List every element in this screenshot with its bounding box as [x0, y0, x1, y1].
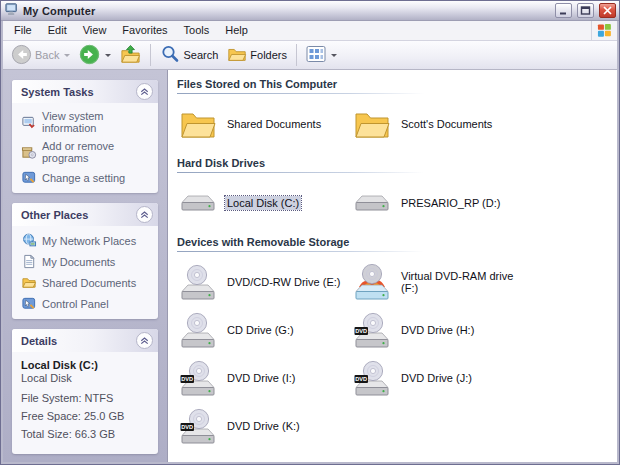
computer-icon [5, 2, 19, 20]
panel-title: Other Places [21, 209, 88, 221]
folders-button[interactable]: Folders [223, 42, 291, 68]
sidebar-link-shared-documents[interactable]: Shared Documents [21, 275, 152, 290]
svg-text:DVD: DVD [355, 328, 367, 334]
drive-item[interactable]: PRESARIO_RP (D:) [351, 179, 525, 227]
panel-body: Local Disk (C:)Local DiskFile System: NT… [12, 352, 158, 454]
item-label: Local Disk (C:) [225, 196, 301, 210]
sidebar-link-change-setting[interactable]: Change a setting [21, 170, 152, 185]
folder-item[interactable]: Scott's Documents [351, 100, 525, 148]
sidebar-link-label: View system information [42, 110, 152, 134]
sidebar-link-label: Add or remove programs [42, 140, 152, 164]
items-grid: DVD/CD-RW Drive (E:)Virtual DVD-RAM driv… [177, 258, 611, 450]
item-label: CD Drive (G:) [225, 323, 296, 337]
drive-item[interactable]: DVDDVD Drive (H:) [351, 306, 525, 354]
my-documents-icon [21, 254, 37, 269]
sidebar-link-label: Change a setting [42, 172, 125, 184]
cd-drive-icon [177, 312, 219, 349]
maximize-button[interactable] [577, 3, 594, 18]
up-button[interactable] [116, 42, 145, 69]
cd-drive-icon [177, 264, 219, 301]
sidebar-link-add-remove-programs[interactable]: Add or remove programs [21, 140, 152, 164]
sidebar-link-label: Control Panel [42, 298, 109, 310]
panel-header[interactable]: System Tasks [12, 80, 158, 103]
views-icon [306, 45, 326, 65]
folder-item[interactable]: Shared Documents [177, 100, 351, 148]
section-divider [177, 251, 424, 252]
minimize-button[interactable] [555, 3, 572, 18]
collapse-button[interactable] [136, 83, 153, 100]
item-label: DVD Drive (H:) [399, 323, 476, 337]
section: Hard Disk DrivesLocal Disk (C:)PRESARIO_… [177, 157, 611, 227]
section-header: Files Stored on This Computer [177, 78, 611, 90]
hdd-icon [351, 188, 393, 218]
forward-icon [79, 44, 100, 67]
back-button[interactable]: Back [7, 42, 74, 69]
file-list-area: Files Stored on This ComputerShared Docu… [167, 70, 617, 462]
details-row: File System: NTFS [21, 392, 152, 404]
system-information-icon [21, 115, 37, 130]
hdd-icon [177, 188, 219, 218]
details-row: Free Space: 25.0 GB [21, 410, 152, 422]
drive-item[interactable]: DVDDVD Drive (I:) [177, 354, 351, 402]
drive-item[interactable]: Virtual DVD-RAM drive (F:) [351, 258, 525, 306]
drive-item[interactable]: CD Drive (G:) [177, 306, 351, 354]
panel-body: View system informationAdd or remove pro… [12, 103, 158, 193]
drive-item[interactable]: DVDDVD Drive (J:) [351, 354, 525, 402]
menu-bar: FileEditViewFavoritesToolsHelp [3, 21, 617, 41]
chevron-up-icon [139, 335, 150, 346]
sidebar-link-control-panel[interactable]: Control Panel [21, 296, 152, 311]
task-sidebar: System TasksView system informationAdd o… [3, 70, 167, 462]
panel-other-places: Other PlacesMy Network PlacesMy Document… [12, 203, 158, 319]
panel-details: DetailsLocal Disk (C:)Local DiskFile Sys… [12, 329, 158, 454]
item-label: PRESARIO_RP (D:) [399, 196, 502, 210]
item-label: DVD/CD-RW Drive (E:) [225, 275, 342, 289]
section: Devices with Removable StorageDVD/CD-RW … [177, 236, 611, 450]
drive-item[interactable]: DVD/CD-RW Drive (E:) [177, 258, 351, 306]
item-label: DVD Drive (I:) [225, 371, 297, 385]
panel-header[interactable]: Other Places [12, 203, 158, 226]
sidebar-link-label: My Documents [42, 256, 115, 268]
item-label: Scott's Documents [399, 117, 494, 131]
close-button[interactable] [599, 3, 616, 18]
add-remove-programs-icon [21, 145, 37, 160]
change-setting-icon [21, 170, 37, 185]
section: Files Stored on This ComputerShared Docu… [177, 78, 611, 148]
menu-item-help[interactable]: Help [217, 21, 256, 40]
drive-item[interactable]: DVDDVD Drive (K:) [177, 402, 351, 450]
details-item-type: Local Disk [21, 372, 152, 384]
menu-item-view[interactable]: View [75, 21, 115, 40]
collapse-button[interactable] [136, 332, 153, 349]
sidebar-link-network-places[interactable]: My Network Places [21, 233, 152, 248]
views-button[interactable] [302, 43, 341, 67]
menu-item-edit[interactable]: Edit [40, 21, 75, 40]
menu-item-file[interactable]: File [6, 21, 40, 40]
menu-item-favorites[interactable]: Favorites [114, 21, 175, 40]
folders-label: Folders [250, 49, 287, 61]
forward-button[interactable] [75, 42, 115, 69]
window-title: My Computer [23, 5, 550, 17]
search-label: Search [183, 49, 218, 61]
folders-icon [227, 44, 247, 66]
panel-body: My Network PlacesMy DocumentsShared Docu… [12, 226, 158, 319]
toolbar-separator [296, 44, 297, 66]
title-bar[interactable]: My Computer [1, 1, 619, 21]
sidebar-link-my-documents[interactable]: My Documents [21, 254, 152, 269]
panel-header[interactable]: Details [12, 329, 158, 352]
menu-item-tools[interactable]: Tools [176, 21, 218, 40]
details-item-name: Local Disk (C:) [21, 359, 152, 371]
chevron-up-icon [139, 86, 150, 97]
search-button[interactable]: Search [156, 42, 222, 68]
panel-system-tasks: System TasksView system informationAdd o… [12, 80, 158, 193]
forward-dropdown-icon [105, 54, 111, 57]
panel-title: Details [21, 335, 57, 347]
menu-items: FileEditViewFavoritesToolsHelp [6, 21, 256, 40]
sidebar-link-system-information[interactable]: View system information [21, 110, 152, 134]
drive-item[interactable]: Local Disk (C:) [177, 179, 351, 227]
section-divider [177, 172, 424, 173]
back-dropdown-icon [64, 54, 70, 57]
shared-documents-icon [21, 275, 37, 290]
items-grid: Shared DocumentsScott's Documents [177, 100, 611, 148]
items-grid: Local Disk (C:)PRESARIO_RP (D:) [177, 179, 611, 227]
collapse-button[interactable] [136, 206, 153, 223]
item-label: Virtual DVD-RAM drive (F:) [399, 269, 525, 295]
